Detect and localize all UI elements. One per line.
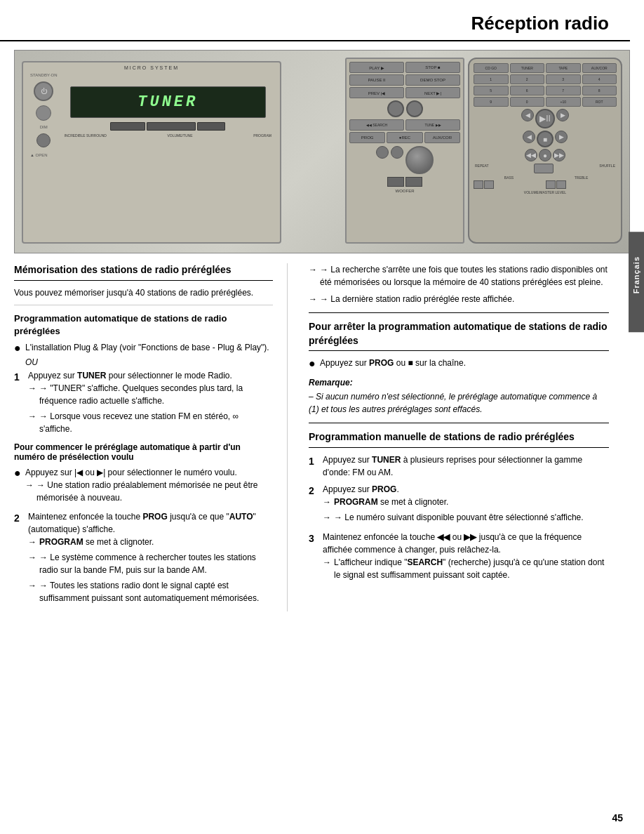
remote-fwd-button[interactable]: ▶▶: [553, 149, 565, 161]
prev-button[interactable]: PREV |◀: [349, 87, 404, 98]
cd-knob1[interactable]: [387, 100, 404, 117]
manual-step2: 2 Appuyez sur PROG. → PROGRAM se met à c…: [309, 483, 609, 527]
treble-button[interactable]: [405, 177, 422, 187]
bass-button[interactable]: [387, 177, 404, 187]
dim-button[interactable]: [36, 105, 51, 121]
presele-text: Appuyez sur |◀ ou ▶| pour sélectionner l…: [25, 468, 237, 477]
step1-arrow2-text: → Lorsque vous recevez une station FM en…: [39, 410, 273, 435]
presele-heading: Pour commencer le préréglage automatique…: [14, 442, 273, 462]
remote-bass-label: BASS: [474, 176, 544, 180]
small-knob2[interactable]: [391, 146, 403, 159]
right-arrow1: → → La recherche s'arrête une fois que t…: [309, 263, 609, 289]
manual-step1-text: Appuyez sur TUNER à plusieurs reprises p…: [323, 454, 609, 479]
section-divider2: [309, 423, 609, 423]
stop-bullet-text: Appuyez sur PROG ou ■ sur la chaîne.: [320, 357, 466, 369]
small-knob1[interactable]: [376, 146, 389, 159]
demo-stop-button[interactable]: DEMO STOP: [405, 74, 460, 86]
remote-plus10-button[interactable]: +10: [546, 97, 581, 107]
arrow-icon5: →: [28, 551, 36, 576]
stop-section-heading: Pour arrêter la programmation automatiqu…: [309, 320, 609, 351]
memorisation-heading: Mémorisation des stations de radio préré…: [14, 263, 273, 281]
bullet-icon2: ●: [14, 466, 21, 507]
remote-rec-button[interactable]: ●: [539, 149, 551, 161]
remote-repeat-label: REPEAT: [475, 164, 489, 173]
page-number: 45: [612, 812, 623, 823]
step1-arrow1: → → "TUNER" s'affiche. Quelques secondes…: [28, 382, 273, 407]
next-button[interactable]: NEXT ▶|: [405, 87, 460, 98]
arrow-icon4: →: [28, 536, 36, 548]
remote-next-button[interactable]: ▶: [556, 109, 569, 121]
manual-step3-arrow1: → L'afficheur indique "SEARCH" (recherch…: [323, 556, 609, 581]
remote-rotate-button[interactable]: ROT: [582, 97, 617, 107]
remote-vol-down-button[interactable]: ◀: [523, 131, 535, 143]
section-divider1: [309, 312, 609, 313]
search-back-button[interactable]: ◀◀ SEARCH: [349, 119, 404, 131]
si-button[interactable]: [36, 133, 51, 147]
stop-button[interactable]: STOP ■: [405, 62, 460, 73]
manual-section-heading: Programmation manuelle de stations de ra…: [309, 430, 609, 448]
arrow-icon3: →: [25, 479, 34, 504]
remote-prev-button[interactable]: ◀: [521, 109, 534, 121]
step1-arrow2: → → Lorsque vous recevez une station FM …: [28, 410, 273, 435]
step1-text: Appuyez sur TUNER pour sélectionner le m…: [28, 371, 232, 380]
remote-tape-button[interactable]: TAPE: [546, 63, 581, 73]
remote-num1[interactable]: 1: [474, 74, 509, 84]
main-unit: MICRO SYSTEM STANDBY·ON ⏻ DIM TU: [22, 61, 281, 244]
manual-step3: 3 Maintenez enfoncée la touche ◀◀ ou ▶▶ …: [309, 531, 609, 584]
prog-button[interactable]: PROG: [349, 132, 385, 143]
arrow-icon6: →: [28, 579, 36, 604]
remote-volume-label: VOLUME/MASTER LEVEL: [474, 190, 617, 194]
step2-item: 2 Maintenez enfoncée la touche PROG jusq…: [14, 510, 273, 607]
manual-step2-arrow2-text: → Le numéro suivant disponible pouvant ê…: [334, 511, 584, 524]
remote-treble-up[interactable]: [556, 180, 566, 189]
remote-num0[interactable]: 0: [510, 97, 545, 107]
remote-play-pause-button[interactable]: ▶II: [535, 109, 555, 128]
step2-arrow1: → PROGRAM se met à clignoter.: [28, 536, 273, 548]
step1-arrow1-text: → "TUNER" s'affiche. Quelques secondes p…: [39, 382, 273, 407]
rec-button[interactable]: ●REC: [387, 132, 422, 143]
arrow-icon1: →: [28, 382, 36, 407]
remote-num3[interactable]: 3: [546, 74, 581, 84]
remote-program-button[interactable]: [534, 164, 554, 173]
cd-tape-unit: PLAY ▶ STOP ■ PAUSE II DEMO STOP PREV |◀…: [345, 58, 464, 244]
remote-stop-button[interactable]: ■: [537, 131, 554, 147]
bullet-icon: ●: [14, 341, 21, 354]
pause-button[interactable]: PAUSE II: [349, 74, 404, 86]
tune-fwd-button[interactable]: TUNE ▶▶: [405, 119, 460, 131]
cd-knob2[interactable]: [406, 100, 423, 117]
presele-arrow-text: → Une station radio préalablement mémori…: [36, 479, 273, 504]
volume-knob[interactable]: [405, 146, 434, 174]
step1-item: 1 Appuyez sur TUNER pour sélectionner le…: [14, 369, 273, 438]
right-arrow1-text: → La recherche s'arrête une fois que tou…: [320, 263, 609, 289]
remote-num4[interactable]: 4: [582, 74, 617, 84]
aux-button[interactable]: AUX/COR: [424, 132, 460, 143]
manual-step2-num: 2: [309, 483, 318, 527]
remote-num9[interactable]: 9: [474, 97, 509, 107]
manual-step3-arrow1-text: L'afficheur indique "SEARCH" (recherche)…: [334, 556, 609, 581]
remote-treble-label: TREBLE: [546, 176, 617, 180]
step2-arrow1-text: PROGRAM se met à clignoter.: [39, 536, 154, 548]
remote-bass-up[interactable]: [484, 180, 494, 189]
device-image-area: MICRO SYSTEM STANDBY·ON ⏻ DIM TU: [14, 50, 630, 253]
remote-treble-down[interactable]: [546, 180, 556, 189]
remote-num8[interactable]: 8: [582, 86, 617, 95]
standby-button[interactable]: ⏻: [34, 81, 53, 101]
play-button[interactable]: PLAY ▶: [349, 62, 404, 73]
remote-vol-up-button[interactable]: ▶: [555, 131, 568, 143]
remote-num2[interactable]: 2: [510, 74, 545, 84]
remote-tuner-button[interactable]: TUNER: [510, 63, 545, 73]
remote-aux-button[interactable]: AUX/COR: [582, 63, 617, 73]
manual-step3-text: Maintenez enfoncée la touche ◀◀ ou ▶▶ ju…: [323, 532, 582, 555]
tuner-display: TUNER: [70, 86, 266, 118]
remote-cd-go-button[interactable]: CD GO: [474, 63, 509, 73]
content-area: Mémorisation des stations de radio préré…: [14, 263, 630, 611]
remote-num5[interactable]: 5: [474, 86, 509, 95]
francais-tab: Français: [629, 232, 644, 318]
right-arrow-icon1: →: [309, 263, 317, 289]
remote-rwd-button[interactable]: ◀◀: [525, 149, 537, 161]
left-column: Mémorisation des stations de radio préré…: [14, 263, 288, 611]
remote-bass-down[interactable]: [474, 180, 483, 189]
remote-num7[interactable]: 7: [546, 86, 581, 95]
remote-num6[interactable]: 6: [510, 86, 545, 95]
manual-step1: 1 Appuyez sur TUNER à plusieurs reprises…: [309, 454, 609, 479]
